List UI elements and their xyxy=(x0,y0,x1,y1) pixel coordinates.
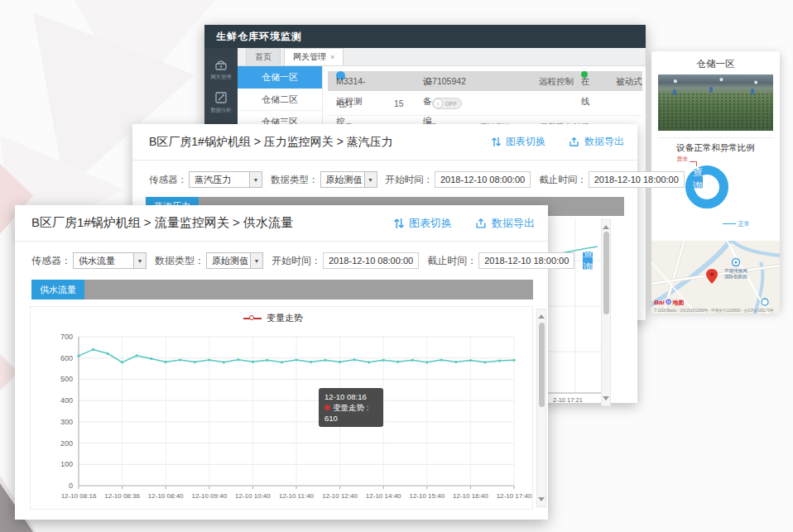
y-tick-label: 700 xyxy=(60,333,73,341)
flow-plot-svg: 010020030040050060070012-10 08:1612-10 0… xyxy=(31,307,534,509)
baidu-map-text: 地图 xyxy=(673,299,685,306)
breadcrumb: B区厂房1#锅炉机组 > 压力监控网关 > 蒸汽压力 xyxy=(149,135,393,150)
sensor-select[interactable]: 供水流量▼ xyxy=(73,252,147,269)
x-tick-label: 12-10 08:40 xyxy=(148,492,184,500)
data-export-button[interactable]: 数据导出 xyxy=(569,135,624,149)
scroll-thumb[interactable] xyxy=(603,232,609,314)
chart-switch-button[interactable]: 图表切换 xyxy=(491,135,545,149)
info-card-title: 仓储一区 xyxy=(651,51,780,70)
data-point xyxy=(483,361,486,363)
chart-switch-label: 图表切换 xyxy=(409,216,452,231)
lamp-toggle[interactable]: ○ OFF xyxy=(432,98,462,109)
location-map[interactable]: 中国传媒网 国际创新园 Bai ⚙ 地图 © 2018 Baidu - GS(2… xyxy=(651,241,780,314)
data-point xyxy=(165,361,167,363)
tooltip-value: 610 xyxy=(324,414,338,423)
sensor-select[interactable]: 蒸汽压力▼ xyxy=(189,171,262,188)
sidebar-item[interactable]: 仓储二区 xyxy=(238,89,322,111)
chart-tooltip: 12-10 08:16 变量走势 : 610 xyxy=(319,388,383,427)
tab-gateway[interactable]: 网关管理 × xyxy=(284,48,344,65)
device-ratio-donut: 异常 正常 xyxy=(651,154,780,241)
data-export-button[interactable]: 数据导出 xyxy=(475,216,535,231)
flow-chart: 变量走势 010020030040050060070012-10 08:1612… xyxy=(30,306,533,510)
tooltip-series-dot xyxy=(324,405,330,410)
tab-home[interactable]: 首页 xyxy=(246,48,281,65)
data-point xyxy=(136,354,138,357)
y-tick-label: 400 xyxy=(60,396,73,405)
data-type-select[interactable]: 原始测值▼ xyxy=(206,252,263,269)
data-point xyxy=(194,361,196,363)
start-time-label: 开始时间： xyxy=(272,254,321,268)
x-tick-label: 12-10 14:40 xyxy=(366,492,401,500)
normal-label: 正常 xyxy=(738,220,749,228)
scroll-thumb[interactable] xyxy=(539,323,545,407)
data-point xyxy=(324,359,326,362)
data-point xyxy=(252,361,254,363)
export-icon xyxy=(569,137,580,147)
x-tick-label: 12-10 16:40 xyxy=(453,492,488,500)
data-point xyxy=(339,361,341,363)
query-form: 传感器： 蒸汽压力▼ 数据类型： 原始测值▼ 开始时间： 2018-12-10 … xyxy=(149,169,626,190)
data-point xyxy=(425,361,428,363)
sensor-select-value: 蒸汽压力 xyxy=(190,174,249,186)
query-button[interactable]: 查询 xyxy=(583,252,593,270)
scroll-up-icon[interactable] xyxy=(603,223,609,229)
person-figure xyxy=(673,89,676,95)
data-type-label: 数据类型： xyxy=(155,254,204,268)
chevron-down-icon: ▼ xyxy=(364,172,377,187)
start-time-input[interactable]: 2018-12-10 08:00:00 xyxy=(435,171,531,188)
sidebar-item[interactable]: 仓储一区 xyxy=(238,66,322,89)
abnormal-label: 异常 xyxy=(676,156,688,164)
gateway-icon xyxy=(214,58,228,71)
device-no: 设备编号 G7105942 xyxy=(423,71,425,91)
end-time-label: 截止时间： xyxy=(539,174,587,186)
map-pin-dot xyxy=(710,273,714,276)
y-tick-label: 500 xyxy=(60,375,73,383)
rail-item-gateway[interactable]: 网关管理 xyxy=(204,58,238,81)
vertical-scrollbar[interactable] xyxy=(601,219,611,406)
panel-header: B区厂房1#锅炉机组 > 压力监控网关 > 蒸汽压力 图表切换 数据导出 xyxy=(132,124,637,161)
breadcrumb: B区厂房1#锅炉机组 > 流量监控网关 > 供水流量 xyxy=(31,215,293,231)
swap-arrows-icon xyxy=(491,137,502,147)
data-point xyxy=(440,358,443,361)
data-point xyxy=(498,359,501,362)
series-tabbar: 供水流量 xyxy=(31,280,533,300)
export-icon xyxy=(475,218,488,229)
chevron-down-icon: ▼ xyxy=(250,253,262,268)
start-time-input[interactable]: 2018-12-10 08:00:00 xyxy=(323,252,419,269)
donut-ring[interactable] xyxy=(685,165,728,208)
rail-item-analysis[interactable]: 数据分析 xyxy=(204,91,238,114)
data-point xyxy=(382,359,385,362)
lamp-value: 15 xyxy=(394,91,404,116)
start-time-label: 开始时间： xyxy=(386,174,434,186)
normal-leader-line xyxy=(723,223,736,224)
chart-switch-button[interactable]: 图表切换 xyxy=(393,216,452,231)
lamp-name: 电灯 xyxy=(336,91,353,116)
vertical-scrollbar[interactable] xyxy=(536,309,546,507)
device-no-value: G7105942 xyxy=(425,71,466,91)
remote-control-link[interactable]: 远程控制 xyxy=(539,71,574,91)
header-actions: 图表切换 数据导出 xyxy=(393,216,535,231)
end-time-label: 截止时间： xyxy=(427,254,477,268)
data-type-select[interactable]: 原始测值▼ xyxy=(320,171,377,188)
tab-water-flow[interactable]: 供水流量 xyxy=(31,280,84,300)
query-button[interactable]: 查询 xyxy=(693,170,703,189)
tab-close-icon[interactable]: × xyxy=(330,53,334,61)
data-type-value: 原始测值 xyxy=(207,255,250,267)
end-time-input[interactable]: 2018-12-10 18:00:00 xyxy=(478,252,574,269)
scroll-up-icon[interactable] xyxy=(538,312,545,319)
warehouse-photo xyxy=(658,74,773,131)
tab-home-label: 首页 xyxy=(255,51,272,63)
end-time-input[interactable]: 2018-12-10 18:00:00 xyxy=(589,171,685,188)
divider xyxy=(658,137,773,138)
sensor-label: 传感器： xyxy=(31,254,71,268)
query-form: 传感器： 供水流量▼ 数据类型： 原始测值▼ 开始时间： 2018-12-10 … xyxy=(31,250,536,271)
toggle-knob-icon: ○ xyxy=(433,98,443,108)
mode-label: 被动式 xyxy=(616,71,642,91)
toggle-state-label: OFF xyxy=(445,98,457,109)
data-point xyxy=(310,361,312,363)
scroll-down-icon[interactable] xyxy=(603,396,609,403)
data-point xyxy=(77,355,79,357)
tooltip-value-row: 变量走势 : 610 xyxy=(324,402,377,424)
scroll-down-icon[interactable] xyxy=(538,497,545,504)
person-figure xyxy=(709,87,713,93)
